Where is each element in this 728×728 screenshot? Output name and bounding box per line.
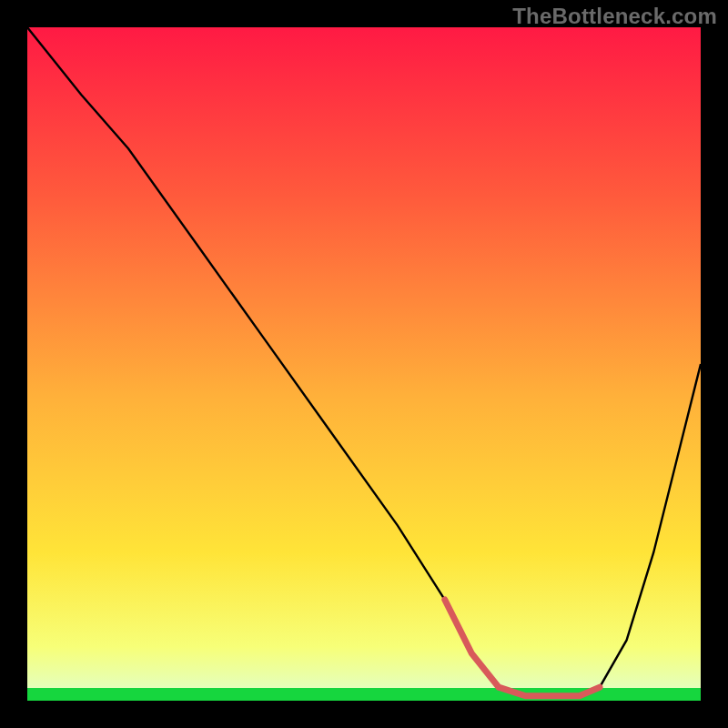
- curve-layer: [27, 27, 701, 701]
- plot-area: [27, 27, 701, 701]
- bottleneck-curve-highlight: [445, 600, 600, 696]
- watermark-text: TheBottleneck.com: [512, 4, 717, 29]
- bottleneck-curve: [27, 27, 701, 696]
- chart-frame: TheBottleneck.com: [0, 0, 728, 728]
